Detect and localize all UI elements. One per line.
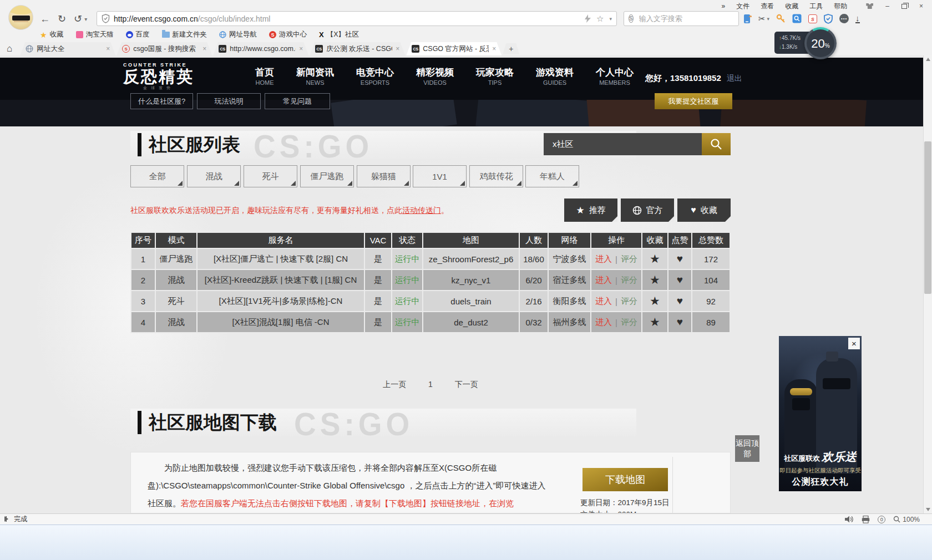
restore-button[interactable] [901, 4, 907, 9]
nav-guides[interactable]: 游戏资料GUIDES [536, 67, 574, 87]
urlbar-dropdown-icon[interactable]: ▾ [609, 16, 612, 22]
scroll-up-icon[interactable] [926, 58, 930, 61]
search-input[interactable] [638, 14, 738, 23]
close-button[interactable]: × [919, 2, 923, 10]
prev-page-button[interactable]: 上一页 [383, 380, 406, 389]
screenshot-scissors-icon[interactable]: ✂ [758, 14, 766, 24]
logout-link[interactable]: 退出 [727, 74, 742, 84]
filter-pass-the-bomb[interactable]: 鸡鼓传花 [469, 165, 523, 187]
filter-mixed[interactable]: 混战 [187, 165, 241, 187]
like-heart-icon[interactable]: ♥ [668, 249, 692, 269]
filter-rice-cake-man[interactable]: 年糕人 [525, 165, 579, 187]
scrollbar-thumb[interactable] [924, 141, 931, 294]
menu-overflow-icon[interactable]: » [722, 2, 726, 10]
browser-search-box[interactable]: S [624, 11, 739, 26]
refresh-button[interactable]: ↻ [58, 13, 66, 25]
filter-all[interactable]: 全部 [130, 165, 184, 187]
tab-close-icon[interactable]: × [396, 45, 399, 53]
enter-server-link[interactable]: 进入 [595, 296, 612, 307]
menu-tools[interactable]: 工具 [809, 2, 823, 11]
home-icon[interactable]: ⌂ [7, 43, 12, 54]
tab-sogou-search[interactable]: S csgo国服 - 搜狗搜索× [116, 42, 212, 55]
bookmark-x-community[interactable]: X【X】社区 [319, 30, 359, 39]
tab-close-icon[interactable]: × [202, 45, 206, 53]
nav-tips[interactable]: 玩家攻略TIPS [476, 67, 514, 87]
nav-home[interactable]: 首页HOME [255, 67, 274, 87]
scissors-dropdown-icon[interactable]: ▾ [767, 16, 770, 22]
nav-videos[interactable]: 精彩视频VIDEOS [416, 67, 454, 87]
menu-file[interactable]: 文件 [736, 2, 749, 11]
nav-esports[interactable]: 电竞中心ESPORTS [356, 67, 394, 87]
bookmark-favorites[interactable]: ★收藏 [40, 30, 64, 39]
bookmark-game-center[interactable]: S游戏中心 [269, 30, 307, 39]
ad-close-icon[interactable]: × [848, 338, 860, 349]
zoom-control[interactable]: 100% [893, 516, 920, 523]
bookmark-star-icon[interactable]: ☆ [596, 14, 604, 24]
acceleration-gauge[interactable]: 20% [804, 27, 837, 59]
shopping-helper-icon[interactable]: s [808, 14, 817, 23]
server-search-button[interactable] [702, 133, 731, 155]
tab-csgo-com[interactable]: CS http://www.csgo.com.c× [213, 42, 308, 55]
tab-close-icon[interactable]: × [106, 45, 110, 53]
faq-button[interactable]: 常见问题 [265, 93, 330, 109]
tab-csgo-official-active[interactable]: CS CSGO 官方网站 - 反恐精英× [406, 42, 502, 55]
csgo-logo[interactable]: COUNTER STRIKE 反恐精英 全球攻势 [123, 62, 194, 91]
recommend-button[interactable]: ★推荐 [564, 198, 617, 222]
like-heart-icon[interactable]: ♥ [668, 312, 692, 332]
tab-csgo-event[interactable]: CS 庆公测 欢乐送 - CSGO 丨× [310, 42, 405, 55]
favorite-star-icon[interactable]: ★ [642, 291, 668, 311]
printer-icon[interactable] [862, 516, 870, 523]
lightning-icon[interactable] [585, 14, 591, 23]
tab-close-icon[interactable]: × [492, 45, 496, 53]
enter-server-link[interactable]: 进入 [595, 317, 612, 328]
speaker-icon[interactable] [845, 516, 854, 523]
event-ad-banner[interactable]: × 社区服联欢欢乐送 即日起参与社区服活动即可享受 公测狂欢大礼 [779, 336, 862, 491]
next-page-button[interactable]: 下一页 [455, 380, 478, 389]
filter-deathmatch[interactable]: 死斗 [244, 165, 297, 187]
like-heart-icon[interactable]: ♥ [668, 291, 692, 311]
blocked-count-badge[interactable]: 0 [878, 516, 885, 523]
url-bar[interactable]: http://event.csgo.com.cn/csgo/club/index… [97, 11, 617, 26]
back-to-top-button[interactable]: 返回顶部 [735, 435, 759, 462]
undo-dropdown-icon[interactable]: ▾ [84, 16, 87, 22]
scroll-down-icon[interactable] [926, 508, 930, 511]
tab-nav-site[interactable]: 网址大全× [20, 42, 115, 55]
menu-view[interactable]: 查看 [761, 2, 774, 11]
official-button[interactable]: 官方 [621, 198, 674, 222]
tab-close-icon[interactable]: × [299, 45, 303, 53]
filter-1v1[interactable]: 1V1 [413, 165, 467, 187]
skin-icon[interactable] [866, 3, 873, 9]
new-tab-button[interactable]: + [503, 43, 519, 54]
like-heart-icon[interactable]: ♥ [668, 270, 692, 290]
gameplay-guide-button[interactable]: 玩法说明 [197, 93, 261, 109]
submit-server-button[interactable]: 我要提交社区服 [655, 93, 732, 109]
sidebar-toggle-icon[interactable] [4, 516, 8, 523]
rate-server-link[interactable]: 评分 [621, 254, 637, 264]
server-search-input[interactable]: x社区 [544, 133, 702, 155]
favorite-star-icon[interactable]: ★ [642, 312, 668, 332]
menu-help[interactable]: 帮助 [834, 2, 847, 11]
bookmark-taobao[interactable]: 淘宝天猫 [76, 30, 114, 39]
user-avatar[interactable] [8, 5, 33, 30]
phone-sync-icon[interactable] [743, 14, 752, 24]
favorite-star-icon[interactable]: ★ [642, 249, 668, 269]
bookmark-new-folder[interactable]: 新建文件夹 [162, 30, 207, 39]
download-manager-icon[interactable]: ↓ [855, 14, 860, 23]
back-button[interactable]: ← [40, 13, 50, 25]
enter-server-link[interactable]: 进入 [595, 254, 612, 264]
more-extensions-icon[interactable]: ••• [839, 14, 849, 23]
bookmark-baidu[interactable]: 百度 [126, 30, 150, 39]
download-map-button[interactable]: 下载地图 [582, 468, 668, 491]
undo-button[interactable]: ↺ [74, 13, 82, 25]
password-key-icon[interactable] [776, 14, 786, 23]
page-number[interactable]: 1 [428, 380, 433, 389]
nav-news[interactable]: 新闻资讯NEWS [296, 67, 334, 87]
filter-hide-and-seek[interactable]: 躲猫猫 [357, 165, 411, 187]
security-shield-icon[interactable] [824, 14, 833, 24]
rate-server-link[interactable]: 评分 [621, 296, 637, 307]
what-is-community-server-button[interactable]: 什么是社区服? [130, 93, 193, 109]
event-portal-link[interactable]: 活动传送门 [402, 206, 441, 215]
favorite-star-icon[interactable]: ★ [642, 270, 668, 290]
rate-server-link[interactable]: 评分 [621, 317, 637, 328]
minimize-button[interactable]: – [885, 2, 889, 10]
